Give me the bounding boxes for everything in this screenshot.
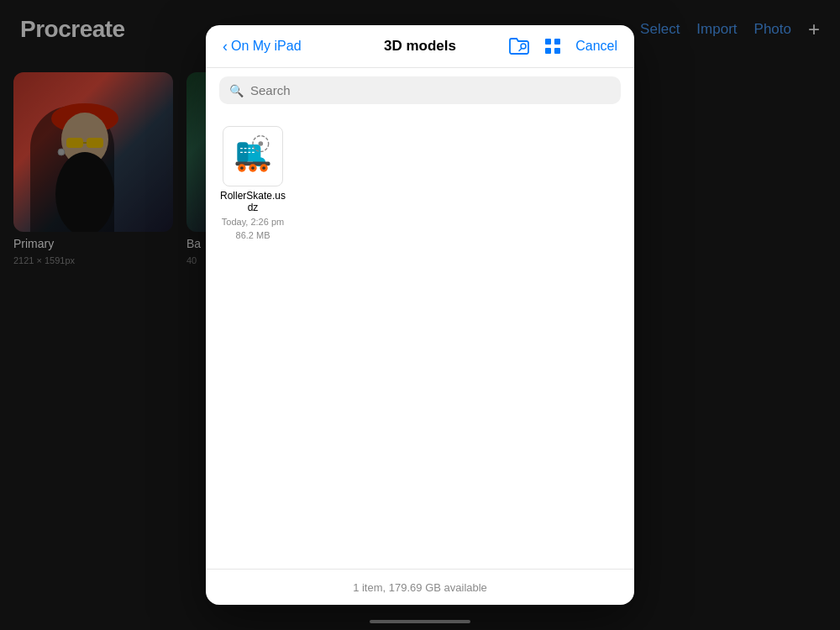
- modal-title: 3D models: [384, 38, 456, 55]
- search-wrapper: 🔍: [219, 76, 621, 104]
- modal-header: ‹ On My iPad 3D models: [206, 25, 634, 68]
- svg-point-8: [521, 44, 526, 49]
- search-input[interactable]: [250, 83, 611, 97]
- search-bar: 🔍: [206, 68, 634, 113]
- svg-point-18: [240, 166, 244, 170]
- file-picker-modal: ‹ On My iPad 3D models: [206, 25, 634, 605]
- cancel-button[interactable]: Cancel: [575, 39, 617, 54]
- svg-rect-9: [545, 39, 551, 45]
- modal-overlay: ‹ On My iPad 3D models: [0, 0, 840, 630]
- file-name: RollerSkate.usdz: [219, 190, 286, 213]
- file-date: Today, 2:26 pm: [222, 217, 284, 227]
- modal-header-actions: Cancel: [508, 37, 617, 55]
- back-arrow-icon: ‹: [223, 38, 228, 55]
- list-item[interactable]: RollerSkate.usdz Today, 2:26 pm 86.2 MB: [219, 126, 286, 240]
- svg-point-20: [251, 166, 255, 170]
- svg-rect-11: [545, 48, 551, 54]
- file-size: 86.2 MB: [236, 230, 270, 240]
- back-label: On My iPad: [231, 39, 302, 54]
- svg-rect-12: [554, 48, 560, 54]
- home-indicator: [370, 620, 470, 623]
- file-content-area: RollerSkate.usdz Today, 2:26 pm 86.2 MB: [206, 113, 634, 569]
- back-button[interactable]: ‹ On My iPad: [223, 38, 302, 55]
- storage-info: 1 item, 179.69 GB available: [353, 581, 487, 594]
- svg-rect-10: [554, 39, 560, 45]
- modal-footer: 1 item, 179.69 GB available: [206, 569, 634, 605]
- grid-icon-button[interactable]: [543, 37, 562, 55]
- folder-icon-button[interactable]: [508, 37, 530, 55]
- search-icon: 🔍: [229, 84, 244, 97]
- file-thumbnail: [223, 126, 283, 186]
- svg-point-26: [259, 141, 264, 146]
- svg-point-22: [262, 166, 265, 170]
- file-grid: RollerSkate.usdz Today, 2:26 pm 86.2 MB: [219, 126, 621, 240]
